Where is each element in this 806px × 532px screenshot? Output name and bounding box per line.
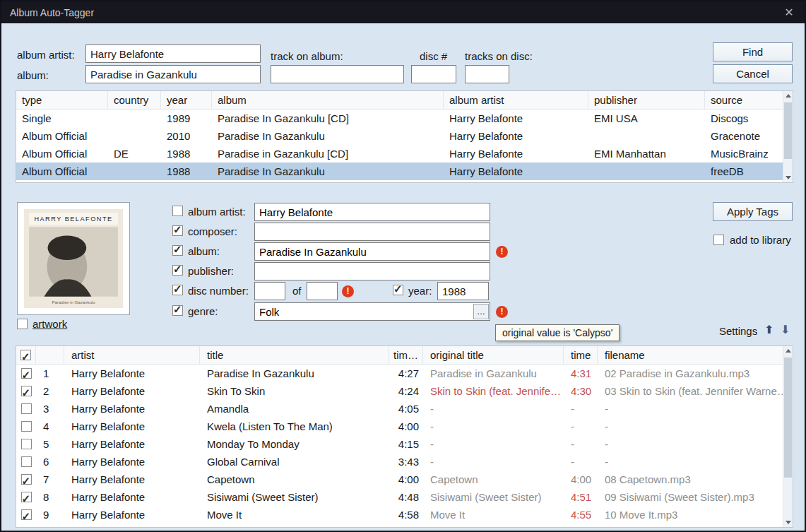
track-number: 9: [36, 506, 64, 524]
tag-field-input[interactable]: [254, 242, 490, 261]
track-number: 7: [36, 471, 64, 488]
results-column-header[interactable]: album artist: [444, 91, 588, 109]
track-row[interactable]: 6 Harry Belafonte Global Carnival 3:43 -…: [16, 453, 783, 471]
scrollbar-thumb[interactable]: [784, 102, 792, 159]
tag-field-row: album:: [172, 242, 511, 262]
tag-field-input[interactable]: [254, 262, 490, 280]
tracks-column-time-new[interactable]: tim…: [389, 346, 423, 364]
results-scrollbar[interactable]: [783, 91, 793, 182]
track-original-title: -: [423, 400, 564, 418]
tag-field-checkbox[interactable]: [172, 245, 183, 256]
track-artist: Harry Belafonte: [64, 382, 200, 400]
result-type: Album Official: [16, 162, 108, 180]
results-column-header[interactable]: country: [108, 91, 161, 109]
tracks-column-number[interactable]: [36, 346, 64, 364]
tag-fields: album artist: composer: album: publisher…: [172, 203, 511, 282]
artwork-checkbox[interactable]: [17, 319, 28, 329]
result-row[interactable]: Album Official 1988 Paradise In Gazankul…: [16, 162, 783, 180]
track-original-time: 4:00: [564, 471, 598, 488]
move-down-icon[interactable]: ⬇: [781, 323, 790, 337]
disc-number-checkbox[interactable]: [172, 285, 183, 295]
track-checkbox[interactable]: [21, 492, 32, 502]
track-row[interactable]: 4 Harry Belafonte Kwela (Listen To The M…: [16, 418, 783, 435]
close-icon[interactable]: ✕: [774, 1, 805, 23]
find-button[interactable]: Find: [713, 42, 793, 61]
genre-checkbox[interactable]: [172, 305, 183, 316]
result-type: Album Official: [16, 145, 108, 162]
tracks-on-disc-input[interactable]: [465, 65, 509, 83]
track-filename: 03 Skin to Skin (feat. Jennifer Warne…: [598, 382, 783, 400]
track-row[interactable]: 2 Harry Belafonte Skin To Skin 4:24 Skin…: [16, 382, 783, 400]
track-row[interactable]: 3 Harry Belafonte Amandla 4:05 - - -: [16, 400, 783, 418]
apply-tags-button[interactable]: Apply Tags: [713, 202, 793, 221]
tracks-column-filename[interactable]: filename: [598, 346, 783, 364]
album-label: album:: [17, 69, 49, 81]
track-checkbox[interactable]: [21, 439, 32, 449]
move-up-icon[interactable]: ⬆: [764, 323, 774, 337]
settings-label[interactable]: Settings: [719, 325, 757, 337]
search-album-input[interactable]: [85, 65, 261, 83]
track-original-title: -: [423, 418, 564, 435]
tracks-column-original-title[interactable]: original title: [423, 346, 564, 364]
tracks-column-time[interactable]: time: [564, 346, 598, 364]
track-row[interactable]: 1 Harry Belafonte Paradise In Gazankulu …: [16, 365, 783, 382]
select-all-cell: [16, 346, 36, 364]
track-checkbox[interactable]: [21, 368, 32, 379]
cover-caption-text: Paradise in Gazankulu: [52, 300, 95, 305]
disc-number-row: disc number: of year:: [172, 282, 511, 302]
track-checkbox[interactable]: [21, 386, 32, 396]
track-row[interactable]: 7 Harry Belafonte Capetown 4:00 Capetown…: [16, 471, 783, 488]
cancel-button[interactable]: Cancel: [713, 64, 793, 83]
result-album-artist: Harry Belafonte: [444, 145, 588, 162]
scroll-up-icon[interactable]: [783, 346, 793, 356]
tag-field-input[interactable]: [254, 223, 490, 241]
tracks-column-title[interactable]: title: [200, 346, 389, 364]
year-input[interactable]: [437, 282, 489, 300]
results-column-header[interactable]: album: [212, 91, 444, 109]
results-body: Single 1989 Paradise In Gazankulu [CD] H…: [16, 110, 793, 180]
track-row[interactable]: 9 Harry Belafonte Move It 4:58 Move It 4…: [16, 506, 783, 524]
result-row[interactable]: Single 1989 Paradise In Gazankulu [CD] H…: [16, 110, 783, 127]
tracks-scrollbar[interactable]: [783, 346, 793, 527]
disc-number-search-input[interactable]: [411, 65, 456, 83]
result-row[interactable]: Album Official 2010 Paradise In Gazankul…: [16, 127, 783, 145]
tracks-column-artist[interactable]: artist: [64, 346, 200, 364]
track-checkbox[interactable]: [21, 421, 32, 432]
year-checkbox[interactable]: [393, 285, 403, 295]
tracks-header: artist title tim… original title time fi…: [16, 346, 783, 365]
result-row[interactable]: Album Official DE 1988 Paradise in Gazan…: [16, 145, 783, 162]
results-column-header[interactable]: type: [16, 91, 108, 109]
results-column-header[interactable]: year: [161, 91, 212, 109]
results-column-header[interactable]: publisher: [588, 91, 705, 109]
track-on-album-input[interactable]: [271, 65, 404, 83]
tag-field-checkbox[interactable]: [172, 225, 183, 236]
track-original-time: 4:31: [564, 365, 598, 382]
track-checkbox[interactable]: [21, 509, 32, 520]
disc-number-input[interactable]: [254, 282, 285, 300]
result-album-artist: Harry Belafonte: [444, 162, 588, 180]
add-to-library-checkbox[interactable]: [713, 235, 724, 245]
track-checkbox[interactable]: [21, 474, 32, 485]
track-checkbox[interactable]: [21, 456, 32, 467]
scroll-down-icon[interactable]: [783, 517, 793, 527]
search-album-artist-input[interactable]: [85, 45, 261, 63]
track-row[interactable]: 8 Harry Belafonte Sisiwami (Sweet Sister…: [16, 488, 783, 506]
select-all-checkbox[interactable]: [20, 350, 31, 360]
tag-field-checkbox[interactable]: [172, 265, 183, 276]
track-checkbox[interactable]: [21, 403, 32, 414]
artwork-label[interactable]: artwork: [32, 318, 67, 330]
tag-field-input[interactable]: [254, 203, 490, 221]
genre-browse-button[interactable]: …: [473, 304, 489, 319]
scroll-down-icon[interactable]: [783, 172, 793, 182]
scroll-up-icon[interactable]: [783, 91, 793, 101]
track-number: 8: [36, 488, 64, 506]
track-title: Global Carnival: [200, 453, 389, 471]
scrollbar-thumb[interactable]: [784, 357, 792, 478]
tag-field-checkbox[interactable]: [172, 206, 183, 216]
genre-input[interactable]: [254, 302, 490, 321]
result-album: Paradise In Gazankulu: [212, 127, 444, 145]
track-original-title: Skin to Skin (feat. Jennife…: [423, 382, 564, 400]
results-column-header[interactable]: source: [705, 91, 783, 109]
disc-count-input[interactable]: [307, 282, 338, 300]
track-row[interactable]: 5 Harry Belafonte Monday To Monday 4:15 …: [16, 435, 783, 453]
